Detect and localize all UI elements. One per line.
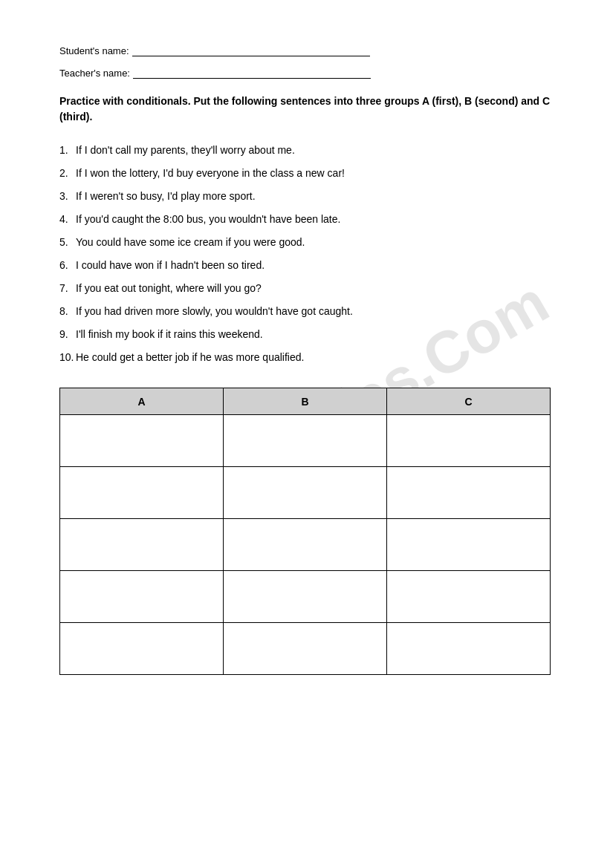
sentence-num: 2. (59, 166, 76, 181)
table-cell (224, 467, 387, 519)
sentence-num: 1. (59, 143, 76, 158)
sentence-text: I could have won if I hadn't been so tir… (76, 259, 265, 271)
table-row (60, 467, 551, 519)
sentence-num: 6. (59, 258, 76, 273)
instructions: Practice with conditionals. Put the foll… (59, 94, 551, 125)
table-cell (224, 571, 387, 623)
teacher-name-line (133, 67, 371, 79)
table-header-row: A B C (60, 388, 551, 415)
table-row (60, 519, 551, 571)
sentences-list: 1.If I don't call my parents, they'll wo… (59, 143, 551, 365)
sentence-text: If I won the lottery, I'd buy everyone i… (76, 167, 345, 179)
sentence-text: He could get a better job if he was more… (76, 351, 304, 363)
table-row (60, 623, 551, 675)
grouping-table: A B C (59, 388, 551, 675)
sentence-item-9: 9.I'll finish my book if it rains this w… (59, 327, 551, 342)
col-header-c: C (387, 388, 551, 415)
table-cell (60, 415, 224, 467)
table-cell (224, 415, 387, 467)
table-cell (60, 623, 224, 675)
table-cell (224, 519, 387, 571)
student-name-line (132, 45, 370, 56)
sentence-text: If you eat out tonight, where will you g… (76, 282, 262, 294)
sentence-item-10: 10.He could get a better job if he was m… (59, 350, 551, 365)
student-name-field: Student's name: (59, 45, 551, 56)
table-row (60, 571, 551, 623)
sentence-text: If I weren't so busy, I'd play more spor… (76, 190, 256, 202)
table-cell (387, 571, 551, 623)
sentence-num: 7. (59, 281, 76, 296)
sentence-text: You could have some ice cream if you wer… (76, 236, 305, 248)
sentence-item-3: 3.If I weren't so busy, I'd play more sp… (59, 189, 551, 204)
sentence-num: 5. (59, 235, 76, 250)
teacher-label: Teacher's name: (59, 68, 130, 79)
sentence-item-6: 6.I could have won if I hadn't been so t… (59, 258, 551, 273)
table-cell (60, 519, 224, 571)
sentence-num: 3. (59, 189, 76, 204)
sentence-num: 9. (59, 327, 76, 342)
teacher-name-field: Teacher's name: (59, 67, 551, 79)
sentence-num: 10. (59, 350, 76, 365)
sentence-num: 8. (59, 304, 76, 319)
sentence-item-4: 4.If you'd caught the 8:00 bus, you woul… (59, 212, 551, 227)
sentence-item-1: 1.If I don't call my parents, they'll wo… (59, 143, 551, 158)
col-header-a: A (60, 388, 224, 415)
sentence-text: If I don't call my parents, they'll worr… (76, 144, 295, 156)
table-cell (387, 415, 551, 467)
table-cell (224, 623, 387, 675)
col-header-b: B (224, 388, 387, 415)
grouping-table-container: A B C (59, 388, 551, 675)
table-cell (387, 623, 551, 675)
table-row (60, 415, 551, 467)
sentence-item-8: 8.If you had driven more slowly, you wou… (59, 304, 551, 319)
sentence-text: I'll finish my book if it rains this wee… (76, 328, 263, 340)
table-cell (60, 571, 224, 623)
sentence-text: If you'd caught the 8:00 bus, you wouldn… (76, 213, 340, 225)
sentence-text: If you had driven more slowly, you would… (76, 305, 353, 317)
table-cell (60, 467, 224, 519)
instructions-text: Practice with conditionals. Put the foll… (59, 95, 550, 123)
sentence-num: 4. (59, 212, 76, 227)
table-cell (387, 467, 551, 519)
table-cell (387, 519, 551, 571)
sentence-item-2: 2.If I won the lottery, I'd buy everyone… (59, 166, 551, 181)
sentence-item-5: 5.You could have some ice cream if you w… (59, 235, 551, 250)
student-label: Student's name: (59, 45, 129, 56)
sentence-item-7: 7.If you eat out tonight, where will you… (59, 281, 551, 296)
